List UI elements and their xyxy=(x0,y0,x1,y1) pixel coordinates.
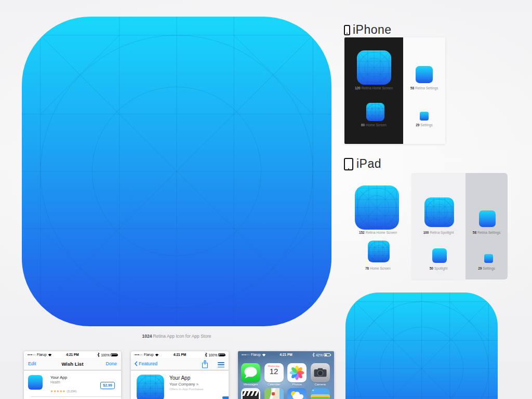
ipad-section-title: iPad xyxy=(356,157,381,171)
wishlist-navbar: Edit Wish List Done xyxy=(24,358,121,370)
ipad-section-header: iPad xyxy=(344,157,381,171)
label-58: 58Retina Settings xyxy=(403,86,445,90)
featured-mockup-sheet: ●●●○○ Flarup 4:21 PM 100% Featured Y xyxy=(131,351,229,399)
featured-app-company[interactable]: Your Company > xyxy=(169,382,198,387)
secondary-app-icon xyxy=(345,292,498,399)
icon-58-retina-settings xyxy=(416,66,433,83)
price-button[interactable]: $2.99 xyxy=(100,382,115,389)
master-icon-caption: 1024Retina App Icon for App Store xyxy=(22,334,331,339)
iphone-sizes-card: 120Retina Home Screen 58Retina Settings … xyxy=(344,37,445,144)
photos-app-icon[interactable] xyxy=(287,363,307,382)
buy-button-partial[interactable] xyxy=(222,396,229,399)
flower-icon xyxy=(287,363,307,382)
plus-icon: + xyxy=(312,389,314,392)
ipad-sizes-card: 152Retina Home Screen 100Retina Spotligh… xyxy=(344,173,508,280)
icon-100-retina-spotlight xyxy=(424,197,454,227)
battery-icon xyxy=(111,353,117,356)
back-button[interactable]: Featured xyxy=(135,361,157,366)
menu-icon[interactable] xyxy=(218,362,224,367)
icon-152-retina-home xyxy=(355,185,399,230)
clapperboard-icon xyxy=(243,391,259,396)
wishlist-rating: ★★★★★(3,234) xyxy=(50,385,76,394)
chat-bubble-icon xyxy=(241,363,260,382)
iphone-device-icon xyxy=(344,25,350,35)
label-29: 29Settings xyxy=(403,123,445,127)
done-button[interactable]: Done xyxy=(105,361,117,366)
star-rating-icon: ★★★★★ xyxy=(50,390,65,393)
icon-50-spotlight xyxy=(432,248,447,263)
weather-app-icon[interactable] xyxy=(287,388,307,399)
iphone-section-header: iPhone xyxy=(344,23,392,37)
label-76: 76Home Screen xyxy=(344,267,411,270)
statusbar: ●●●○○ Flarup 4:21 PM 42% xyxy=(238,352,334,358)
label-60: 60Home Screen xyxy=(344,123,403,127)
route-shield-icon xyxy=(272,392,275,395)
back-icon xyxy=(135,361,138,366)
label-120: 120Retina Home Screen xyxy=(344,86,403,90)
app-label-photos: Photos xyxy=(285,383,309,386)
bluetooth-icon xyxy=(205,353,207,357)
label-58-ipad: 58Retina Settings xyxy=(466,231,508,234)
caption-size-number: 1024 xyxy=(142,334,152,339)
camera-app-icon[interactable] xyxy=(311,363,330,382)
camera-lens-icon xyxy=(311,363,330,382)
battery-percent: 100% xyxy=(208,353,217,357)
featured-app-offers: Offers In-App Purchases xyxy=(169,388,204,391)
icon-29-settings-ipad xyxy=(484,254,493,263)
app-label-messages: Messages xyxy=(239,383,263,386)
battery-icon xyxy=(218,353,225,356)
battery-percent: 42% xyxy=(316,353,323,357)
master-app-icon-1024 xyxy=(22,17,331,326)
statusbar: ●●●○○ Flarup 4:21 PM 100% xyxy=(24,352,121,358)
bluetooth-icon xyxy=(312,353,315,357)
icon-29-settings xyxy=(420,112,429,121)
featured-app-title: Your App xyxy=(169,375,190,381)
icon-60-home xyxy=(366,103,384,121)
bluetooth-icon xyxy=(97,353,100,357)
statusbar: ●●●○○ Flarup 4:21 PM 100% xyxy=(131,352,229,358)
maps-app-icon[interactable] xyxy=(264,388,284,399)
featured-navbar: Featured xyxy=(131,358,229,370)
label-152: 152Retina Home Screen xyxy=(344,231,411,234)
rating-count: (3,234) xyxy=(66,390,76,393)
share-icon[interactable] xyxy=(202,360,208,368)
iphone-card-light-panel xyxy=(403,37,445,144)
calendar-app-icon[interactable]: Wednesday 12 xyxy=(264,363,284,382)
passbook-app-icon[interactable]: + xyxy=(311,388,330,399)
label-29-ipad: 29Settings xyxy=(466,267,508,270)
icon-76-home xyxy=(368,241,390,262)
wishlist-mockup-sheet: ●●●○○ Flarup 4:21 PM 100% Edit Wish List… xyxy=(24,351,121,399)
homescreen-mockup-sheet: ●●●○○ Flarup 4:21 PM 42% Wednesday 12 xyxy=(238,351,334,399)
wishlist-app-icon xyxy=(28,375,43,390)
messages-app-icon[interactable] xyxy=(241,363,260,382)
iphone-section-title: iPhone xyxy=(353,23,392,37)
wishlist-app-category: Health xyxy=(50,380,60,384)
icon-120-retina-home xyxy=(357,50,391,85)
videos-app-icon[interactable] xyxy=(241,388,260,399)
row-separator xyxy=(31,396,121,397)
calendar-day: 12 xyxy=(264,367,284,376)
battery-icon xyxy=(324,353,330,356)
app-label-calendar: Calendar xyxy=(262,383,286,386)
featured-app-icon xyxy=(137,375,164,399)
caption-text: Retina App Icon for App Store xyxy=(153,334,211,339)
label-100: 100Retina Spotlight xyxy=(411,231,466,234)
battery-percent: 100% xyxy=(101,353,110,357)
app-label-camera: Camera xyxy=(308,383,332,386)
ipad-device-icon xyxy=(344,158,353,170)
cloud-icon xyxy=(292,394,303,399)
label-50: 50Spotlight xyxy=(411,267,466,270)
icon-template-canvas: 1024Retina App Icon for App Store iPhone… xyxy=(0,0,532,399)
wishlist-app-title: Your App xyxy=(50,375,67,380)
icon-58-retina-settings-ipad xyxy=(479,210,496,227)
